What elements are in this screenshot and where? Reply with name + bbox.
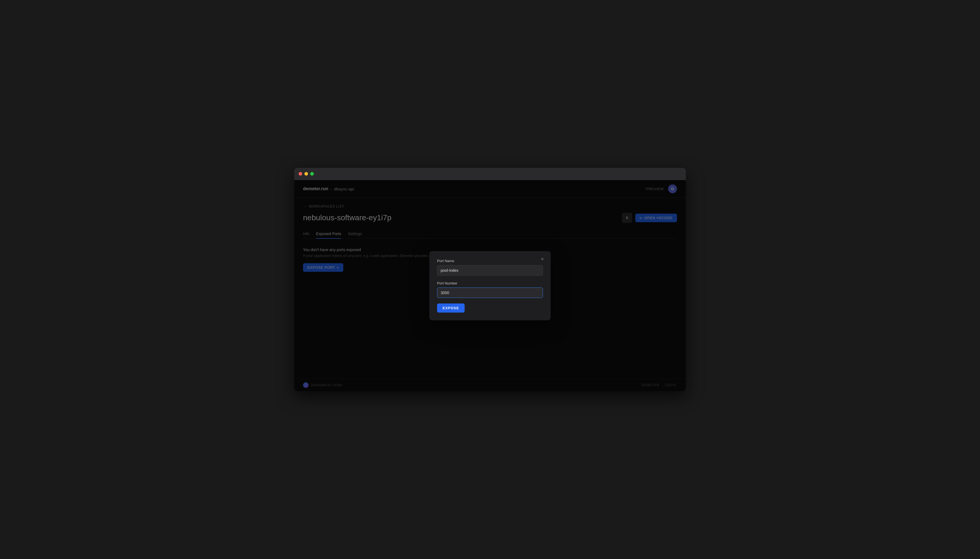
titlebar <box>294 168 686 180</box>
close-icon: × <box>541 256 544 262</box>
port-number-group: Port Number <box>437 281 543 298</box>
modal-close-button[interactable]: × <box>538 256 546 263</box>
expose-submit-button[interactable]: EXPOSE <box>437 303 465 313</box>
traffic-lights <box>299 172 314 175</box>
app-window: demeter.run › dbsync-api PREVIEW G ← WOR… <box>294 168 686 391</box>
port-number-label: Port Number <box>437 281 543 285</box>
port-name-group: Port Name <box>437 259 543 276</box>
maximize-button[interactable] <box>310 172 314 175</box>
port-number-input[interactable] <box>437 288 543 298</box>
expose-port-modal: × Port Name Port Number EXPOSE <box>429 251 551 320</box>
close-button[interactable] <box>299 172 302 175</box>
port-name-label: Port Name <box>437 259 543 263</box>
port-name-input[interactable] <box>437 265 543 276</box>
minimize-button[interactable] <box>305 172 308 175</box>
modal-overlay: × Port Name Port Number EXPOSE <box>294 180 686 391</box>
